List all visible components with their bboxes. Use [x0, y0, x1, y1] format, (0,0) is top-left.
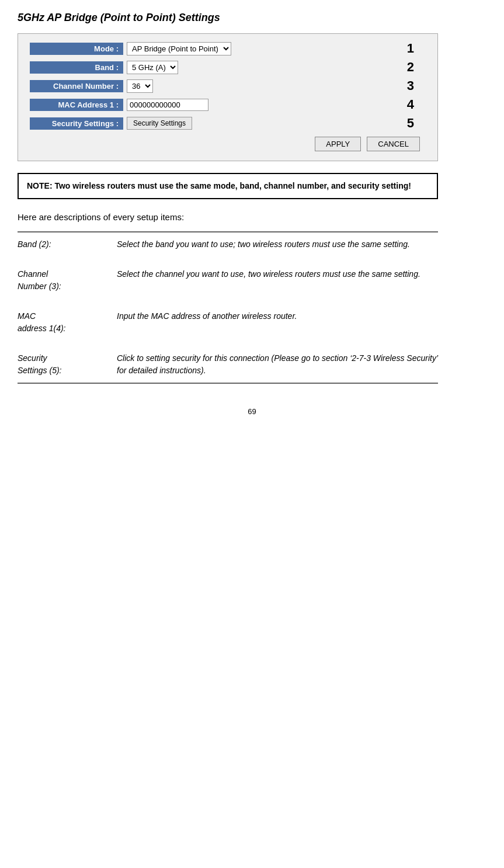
- page-title: 5GHz AP Bridge (Point to Point) Settings: [18, 12, 486, 24]
- band-row: Band : 5 GHz (A) 2: [30, 60, 426, 75]
- note-box: NOTE: Two wireless routers must use the …: [18, 173, 438, 199]
- security-settings-button[interactable]: Security Settings: [127, 117, 192, 130]
- mode-label: Mode :: [30, 43, 123, 55]
- desc-term-channel: ChannelNumber (3):: [18, 268, 117, 293]
- desc-def-security: Click to setting security for this conne…: [117, 352, 438, 377]
- desc-term-band: Band (2):: [18, 238, 117, 251]
- desc-row-security: SecuritySettings (5): Click to setting s…: [18, 346, 438, 383]
- row-number-4: 4: [407, 97, 426, 112]
- desc-intro: Here are descriptions of every setup ite…: [18, 212, 486, 222]
- form-buttons: APPLY CANCEL: [30, 137, 426, 151]
- security-label: Security Settings :: [30, 117, 123, 130]
- desc-row-mac: MACaddress 1(4): Input the MAC address o…: [18, 304, 438, 341]
- mac-control: [127, 99, 407, 111]
- row-number-1: 1: [407, 41, 426, 56]
- desc-def-mac: Input the MAC address of another wireles…: [117, 310, 438, 322]
- channel-select[interactable]: 36: [127, 79, 153, 93]
- security-control: Security Settings: [127, 117, 407, 130]
- description-table: Band (2): Select the band you want to us…: [18, 231, 438, 384]
- mode-row: Mode : AP Bridge (Point to Point) 1: [30, 41, 426, 56]
- desc-term-mac: MACaddress 1(4):: [18, 310, 117, 335]
- settings-form: Mode : AP Bridge (Point to Point) 1 Band…: [18, 33, 438, 161]
- cancel-button[interactable]: CANCEL: [367, 137, 420, 151]
- mac-row: MAC Address 1 : 4: [30, 97, 426, 112]
- channel-control: 36: [127, 79, 407, 93]
- desc-term-security: SecuritySettings (5):: [18, 352, 117, 377]
- band-control: 5 GHz (A): [127, 61, 407, 74]
- row-number-3: 3: [407, 78, 426, 93]
- page-number: 69: [18, 407, 486, 416]
- desc-row-band: Band (2): Select the band you want to us…: [18, 232, 438, 256]
- mac-input[interactable]: [127, 99, 208, 111]
- band-label: Band :: [30, 61, 123, 74]
- row-number-2: 2: [407, 60, 426, 75]
- mode-select[interactable]: AP Bridge (Point to Point): [127, 42, 231, 55]
- note-text: NOTE: Two wireless routers must use the …: [27, 180, 429, 192]
- apply-button[interactable]: APPLY: [315, 137, 361, 151]
- mode-control: AP Bridge (Point to Point): [127, 42, 407, 55]
- desc-def-band: Select the band you want to use; two wir…: [117, 238, 438, 251]
- band-select[interactable]: 5 GHz (A): [127, 61, 178, 74]
- desc-row-channel: ChannelNumber (3): Select the channel yo…: [18, 262, 438, 298]
- security-row: Security Settings : Security Settings 5: [30, 116, 426, 131]
- mac-label: MAC Address 1 :: [30, 99, 123, 111]
- desc-def-channel: Select the channel you want to use, two …: [117, 268, 438, 280]
- channel-row: Channel Number : 36 3: [30, 78, 426, 93]
- row-number-5: 5: [407, 116, 426, 131]
- channel-label: Channel Number :: [30, 80, 123, 92]
